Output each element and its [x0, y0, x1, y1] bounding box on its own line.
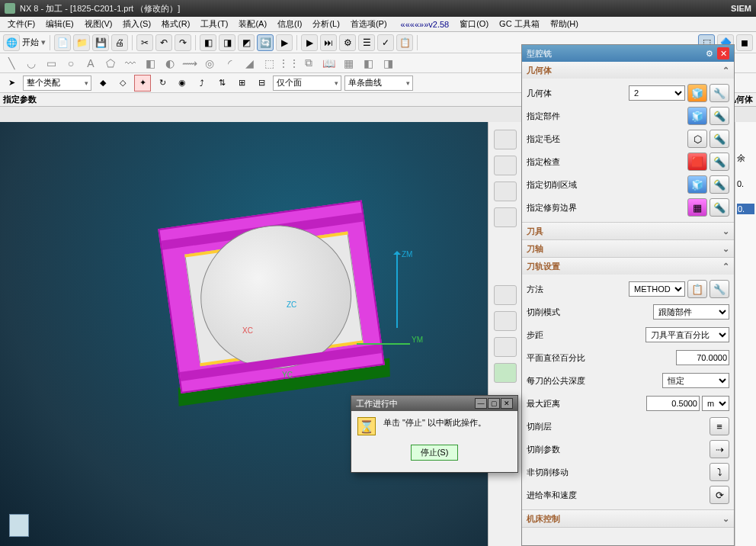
line-icon[interactable]: ╲ — [3, 55, 20, 72]
viewport[interactable]: ZM YM XC YC ZC — [0, 122, 503, 546]
arrow-icon[interactable]: ➤ — [3, 75, 20, 92]
geom-select[interactable]: 2 — [629, 85, 685, 101]
solid-icon[interactable]: ◼ — [736, 34, 753, 51]
spec-trim-show-icon[interactable]: 🔦 — [710, 198, 729, 217]
section-axis-head[interactable]: 刀轴 ⌄ — [522, 240, 734, 257]
rb-7[interactable] — [494, 337, 517, 357]
f8-icon[interactable]: ⊟ — [253, 75, 270, 92]
rb-2[interactable] — [494, 156, 517, 175]
method-wrench-icon[interactable]: 🔧 — [710, 280, 729, 298]
feedspeed-icon[interactable]: ⟳ — [710, 486, 729, 504]
cube2-icon[interactable]: ◧ — [360, 55, 376, 72]
f6-icon[interactable]: ⇅ — [213, 75, 230, 92]
close-icon[interactable]: ✕ — [717, 47, 729, 59]
arc-icon[interactable]: ◡ — [23, 55, 40, 72]
filter-dropdown-1[interactable]: 整个类配 — [23, 75, 91, 91]
dialog-maximize-icon[interactable]: ▢ — [488, 398, 500, 409]
sweep-icon[interactable]: ⟿ — [181, 55, 198, 72]
f7-icon[interactable]: ⊞ — [233, 75, 250, 92]
cutparam-icon[interactable]: ⇢ — [710, 440, 729, 458]
menu-analysis[interactable]: 分析(L) — [308, 17, 344, 31]
spec-check-show-icon[interactable]: 🔦 — [710, 153, 729, 171]
section-machine-head[interactable]: 机床控制 ⌄ — [522, 510, 734, 527]
filter-dropdown-2[interactable]: 仅个面 — [273, 75, 341, 91]
spec-part-show-icon[interactable]: 🔦 — [710, 107, 729, 125]
maxdist-input[interactable] — [646, 396, 700, 411]
cube3-icon[interactable]: ◨ — [380, 55, 396, 72]
maxdist-unit-select[interactable]: mm — [702, 396, 729, 411]
geom-edit-icon[interactable]: 🧊 — [687, 84, 707, 102]
rb-3[interactable] — [494, 181, 517, 201]
f3-icon[interactable]: ↻ — [154, 75, 171, 92]
rb-8[interactable] — [494, 363, 517, 383]
method-edit-icon[interactable]: 📋 — [687, 280, 707, 298]
menu-format[interactable]: 格式(R) — [157, 17, 194, 31]
chamfer-icon[interactable]: ◢ — [241, 55, 258, 72]
book-icon[interactable]: 📖 — [320, 55, 337, 72]
menu-gctoolbox[interactable]: GC 工具箱 — [495, 17, 544, 31]
menu-info[interactable]: 信息(I) — [273, 17, 306, 31]
post-icon[interactable]: 📋 — [396, 34, 413, 51]
list-icon[interactable]: ☰ — [358, 34, 375, 51]
redo-icon[interactable]: ↷ — [175, 34, 191, 51]
dialog-minimize-icon[interactable]: — — [475, 398, 487, 409]
cut-icon[interactable]: ✂ — [136, 34, 153, 51]
spec-blank-show-icon[interactable]: 🔦 — [710, 130, 729, 148]
orientation-cube[interactable] — [9, 514, 29, 537]
point-select-icon[interactable]: ✦ — [134, 75, 151, 92]
menu-tools[interactable]: 工具(T) — [196, 17, 232, 31]
cutlayer-icon[interactable]: ≡ — [710, 417, 729, 435]
rb-1[interactable] — [494, 130, 517, 149]
stop-button[interactable]: 停止(S) — [411, 445, 459, 461]
gutter-c[interactable]: 0. — [737, 204, 754, 214]
rb-5[interactable] — [494, 285, 517, 305]
filter-dropdown-3[interactable]: 单条曲线 — [344, 75, 413, 91]
print-icon[interactable]: 🖨 — [111, 34, 128, 51]
verify-icon[interactable]: ✓ — [377, 34, 394, 51]
text-icon[interactable]: A — [82, 55, 99, 72]
step-select[interactable]: 刀具平直百分比 — [645, 327, 729, 342]
undo-icon[interactable]: ↶ — [155, 34, 172, 51]
noncut-icon[interactable]: ⤵ — [710, 463, 729, 481]
cube1-icon[interactable]: ▦ — [340, 55, 357, 72]
mirror-icon[interactable]: ⧉ — [300, 55, 317, 72]
section-geometry-head[interactable]: 几何体 ⌃ — [522, 62, 734, 79]
pattern-icon[interactable]: ⋮⋮ — [280, 55, 297, 72]
menu-insert[interactable]: 插入(S) — [118, 17, 155, 31]
next-icon[interactable]: ⏭ — [320, 34, 337, 51]
revolve-icon[interactable]: ◐ — [162, 55, 178, 72]
op1-icon[interactable]: ◧ — [200, 34, 216, 51]
rb-6[interactable] — [494, 311, 517, 331]
f4-icon[interactable]: ◉ — [174, 75, 191, 92]
cutmode-select[interactable]: 跟随部件 — [653, 304, 729, 320]
rb-4[interactable] — [494, 207, 517, 227]
section-tool-head[interactable]: 刀具 ⌄ — [522, 223, 734, 239]
op2-icon[interactable]: ◨ — [219, 34, 235, 51]
spec-trim-icon[interactable]: ▦ — [687, 198, 707, 217]
shell-icon[interactable]: ⬚ — [261, 55, 277, 72]
globe-icon[interactable]: 🌐 — [3, 34, 20, 51]
menu-help[interactable]: 帮助(H) — [546, 17, 583, 31]
poly-icon[interactable]: ⬠ — [102, 55, 119, 72]
menu-view[interactable]: 视图(V) — [80, 17, 117, 31]
gear-icon[interactable]: ⚙ — [703, 47, 716, 59]
rect-icon[interactable]: ▭ — [43, 55, 59, 72]
perdepth-select[interactable]: 恒定 — [662, 373, 729, 388]
f1-icon[interactable]: ◆ — [94, 75, 111, 92]
f5-icon[interactable]: ⤴ — [194, 75, 210, 92]
spec-cutarea-icon[interactable]: 🧊 — [687, 175, 707, 194]
spec-part-icon[interactable]: 🧊 — [687, 107, 707, 125]
f2-icon[interactable]: ◇ — [114, 75, 131, 92]
new-icon[interactable]: 📄 — [54, 34, 71, 51]
menu-assembly[interactable]: 装配(A) — [234, 17, 271, 31]
spline-icon[interactable]: 〰 — [122, 55, 139, 72]
extrude-icon[interactable]: ◧ — [142, 55, 159, 72]
spec-check-icon[interactable]: 🟥 — [687, 153, 707, 171]
planepct-input[interactable] — [676, 350, 729, 365]
menu-window[interactable]: 窗口(O) — [455, 17, 493, 31]
gen-icon[interactable]: ⚙ — [339, 34, 356, 51]
dialog-close-icon[interactable]: ✕ — [501, 398, 513, 409]
open-icon[interactable]: 📁 — [73, 34, 90, 51]
menu-prefs[interactable]: 首选项(P) — [346, 17, 392, 31]
spec-cutarea-show-icon[interactable]: 🔦 — [710, 175, 729, 194]
